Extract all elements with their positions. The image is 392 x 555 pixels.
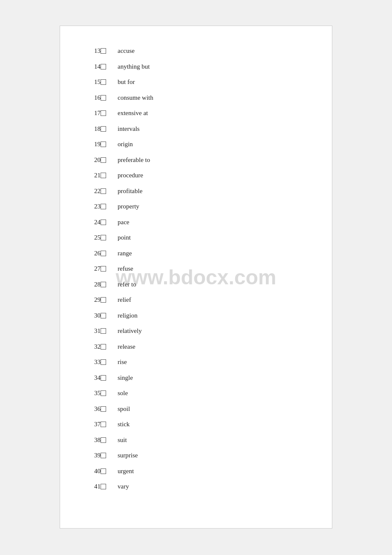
list-item: 29relief bbox=[94, 292, 306, 308]
list-item: 30religion bbox=[94, 308, 306, 324]
checkbox-icon[interactable] bbox=[101, 297, 106, 303]
checkbox-icon[interactable] bbox=[101, 173, 106, 178]
item-number: 41 bbox=[94, 482, 118, 491]
checkbox-icon[interactable] bbox=[101, 344, 106, 350]
item-number: 38 bbox=[94, 435, 118, 445]
item-text: procedure bbox=[118, 171, 143, 180]
list-item: 22profitable bbox=[94, 183, 306, 199]
checkbox-icon[interactable] bbox=[101, 48, 106, 54]
item-text: refuse bbox=[118, 264, 133, 274]
item-text: preferable to bbox=[118, 155, 150, 165]
checkbox-icon[interactable] bbox=[101, 157, 106, 163]
item-text: but for bbox=[118, 77, 135, 87]
checkbox-icon[interactable] bbox=[101, 220, 106, 225]
checkbox-icon[interactable] bbox=[101, 406, 106, 412]
item-text: extensive at bbox=[118, 108, 148, 118]
item-text: release bbox=[118, 342, 135, 352]
item-number: 28 bbox=[94, 280, 118, 289]
item-text: relatively bbox=[118, 326, 142, 336]
item-number: 30 bbox=[94, 311, 118, 321]
checkbox-icon[interactable] bbox=[101, 468, 106, 474]
item-text: spoil bbox=[118, 404, 130, 414]
list-item: 33rise bbox=[94, 354, 306, 370]
item-number: 19 bbox=[94, 139, 118, 149]
list-item: 40urgent bbox=[94, 463, 306, 479]
checkbox-icon[interactable] bbox=[101, 359, 106, 365]
item-number: 26 bbox=[94, 249, 118, 258]
item-number: 16 bbox=[94, 93, 118, 103]
list-item: 36spoil bbox=[94, 401, 306, 417]
item-number: 39 bbox=[94, 451, 118, 460]
item-number: 15 bbox=[94, 77, 118, 87]
checkbox-icon[interactable] bbox=[101, 110, 106, 116]
list-item: 37stick bbox=[94, 416, 306, 432]
item-text: stick bbox=[118, 419, 130, 429]
item-number: 23 bbox=[94, 202, 118, 211]
item-number: 25 bbox=[94, 233, 118, 243]
checkbox-icon[interactable] bbox=[101, 437, 106, 443]
checkbox-icon[interactable] bbox=[101, 142, 106, 147]
item-number: 29 bbox=[94, 295, 118, 305]
item-number: 14 bbox=[94, 62, 118, 72]
item-number: 33 bbox=[94, 357, 118, 367]
checkbox-icon[interactable] bbox=[101, 188, 106, 194]
item-text: anything but bbox=[118, 62, 150, 72]
item-text: profitable bbox=[118, 186, 142, 196]
checkbox-icon[interactable] bbox=[101, 126, 106, 132]
list-item: 17extensive at bbox=[94, 105, 306, 121]
checkbox-icon[interactable] bbox=[101, 251, 106, 256]
item-text: urgent bbox=[118, 466, 134, 476]
checkbox-icon[interactable] bbox=[101, 266, 106, 272]
item-text: single bbox=[118, 373, 133, 383]
list-item: 41vary bbox=[94, 479, 306, 494]
checkbox-icon[interactable] bbox=[101, 95, 106, 101]
checkbox-icon[interactable] bbox=[101, 204, 106, 209]
checkbox-icon[interactable] bbox=[101, 235, 106, 240]
list-item: 27refuse bbox=[94, 261, 306, 277]
list-item: 26range bbox=[94, 246, 306, 261]
item-number: 17 bbox=[94, 108, 118, 118]
checkbox-icon[interactable] bbox=[101, 282, 106, 287]
item-text: intervals bbox=[118, 124, 140, 134]
checkbox-icon[interactable] bbox=[101, 64, 106, 69]
item-number: 27 bbox=[94, 264, 118, 274]
item-text: sole bbox=[118, 388, 128, 398]
item-text: religion bbox=[118, 311, 138, 321]
list-item: 32release bbox=[94, 339, 306, 355]
item-text: refer to bbox=[118, 280, 136, 289]
item-text: origin bbox=[118, 139, 133, 149]
list-item: 31relatively bbox=[94, 323, 306, 339]
item-number: 34 bbox=[94, 373, 118, 383]
item-text: range bbox=[118, 249, 132, 258]
checkbox-icon[interactable] bbox=[101, 453, 106, 458]
item-text: relief bbox=[118, 295, 131, 305]
item-text: surprise bbox=[118, 451, 138, 460]
page-container: www.bdocx.com 13accuse14anything but15bu… bbox=[60, 26, 332, 529]
list-container: 13accuse14anything but15but for16consume… bbox=[94, 43, 306, 494]
list-item: 15but for bbox=[94, 74, 306, 90]
checkbox-icon[interactable] bbox=[101, 79, 106, 85]
list-item: 14anything but bbox=[94, 59, 306, 75]
item-text: consume with bbox=[118, 93, 153, 103]
item-number: 32 bbox=[94, 342, 118, 352]
list-item: 20preferable to bbox=[94, 152, 306, 168]
checkbox-icon[interactable] bbox=[101, 390, 106, 396]
item-number: 22 bbox=[94, 186, 118, 196]
item-text: pace bbox=[118, 217, 129, 227]
checkbox-icon[interactable] bbox=[101, 375, 106, 381]
item-number: 35 bbox=[94, 388, 118, 398]
list-item: 13accuse bbox=[94, 43, 306, 59]
item-text: accuse bbox=[118, 46, 135, 56]
item-number: 36 bbox=[94, 404, 118, 414]
item-number: 21 bbox=[94, 171, 118, 180]
item-text: point bbox=[118, 233, 131, 243]
checkbox-icon[interactable] bbox=[101, 313, 106, 318]
list-item: 38suit bbox=[94, 432, 306, 448]
checkbox-icon[interactable] bbox=[101, 422, 106, 427]
item-number: 24 bbox=[94, 217, 118, 227]
list-item: 24pace bbox=[94, 214, 306, 230]
checkbox-icon[interactable] bbox=[101, 484, 106, 489]
checkbox-icon[interactable] bbox=[101, 328, 106, 334]
list-item: 23property bbox=[94, 199, 306, 214]
list-item: 18intervals bbox=[94, 121, 306, 137]
